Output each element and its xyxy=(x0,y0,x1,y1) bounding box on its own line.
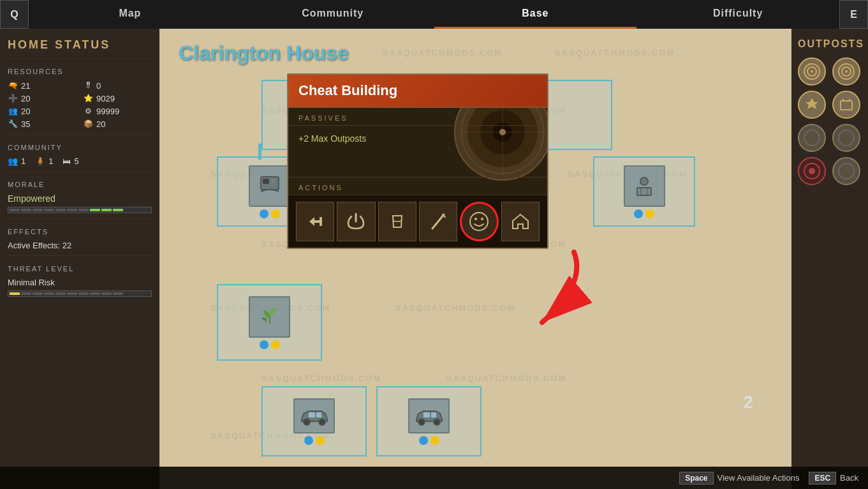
threat-seg-5 xyxy=(55,292,66,295)
nav-key-q: Q xyxy=(0,0,29,29)
morale-seg-2 xyxy=(21,209,31,211)
guns-icon: 🔫 xyxy=(8,80,18,91)
threat-seg-10 xyxy=(113,292,123,295)
parts-value: 99999 xyxy=(96,107,119,116)
influence-value: 0 xyxy=(96,81,101,91)
threat-label: THREAT LEVEL xyxy=(8,265,152,273)
svg-rect-19 xyxy=(637,188,651,195)
tab-base[interactable]: Base xyxy=(434,0,637,29)
svg-rect-29 xyxy=(431,412,436,418)
outposts-title: OUTPOSTS xyxy=(798,38,862,50)
threat-seg-9 xyxy=(101,292,112,295)
tab-community[interactable]: Community xyxy=(232,0,434,29)
watermark-3: SASQUATCHMODS.COM xyxy=(555,48,675,57)
outpost-slot-5[interactable] xyxy=(798,124,826,152)
svg-point-40 xyxy=(474,218,477,220)
actions-label: ACTIONS xyxy=(288,177,547,195)
people-icon: 👥 xyxy=(8,106,18,116)
resource-people: 👥 20 xyxy=(8,106,77,116)
threat-seg-6 xyxy=(67,292,77,295)
threat-seg-3 xyxy=(33,292,43,295)
bottom-bar: Space View Available Actions ESC Back xyxy=(0,467,868,489)
home-status-title: HOME STATUS xyxy=(8,38,152,52)
community-survivors: 👥 1 xyxy=(8,156,26,166)
people-value: 20 xyxy=(21,107,30,116)
action-move[interactable] xyxy=(296,202,334,241)
outpost-slot-4[interactable] xyxy=(832,91,860,119)
guns-value: 21 xyxy=(21,81,30,91)
svg-point-41 xyxy=(481,218,483,220)
morale-seg-7 xyxy=(78,209,89,211)
stars-value: 9029 xyxy=(96,94,115,103)
svg-point-8 xyxy=(839,130,854,146)
base-title: Clarington House xyxy=(179,41,349,65)
outpost-slot-2[interactable] xyxy=(832,57,860,86)
active-effects: Active Effects: 22 xyxy=(8,241,152,250)
top-nav: Q Map Community Base Difficulty E xyxy=(0,0,868,29)
svg-point-18 xyxy=(640,177,648,185)
morale-bar xyxy=(8,207,152,213)
outpost-slot-1[interactable] xyxy=(798,57,826,86)
main-content: SASQUATCHMODS.COM SASQUATCHMODS.COM SASQ… xyxy=(159,29,791,489)
watermark-13: SASQUATCHMODS.COM xyxy=(261,373,381,383)
action-home[interactable] xyxy=(501,202,540,241)
morale-label: MORALE xyxy=(8,181,152,188)
resource-stars: ⭐ 9029 xyxy=(83,93,152,103)
survivors-value: 1 xyxy=(21,156,26,166)
watermark-2: SASQUATCHMODS.COM xyxy=(383,48,503,57)
action-morale[interactable] xyxy=(460,202,498,241)
stars-icon: ⭐ xyxy=(83,93,93,103)
popup-actions xyxy=(288,195,547,248)
svg-point-27 xyxy=(434,419,440,425)
community-label: COMMUNITY xyxy=(8,144,152,151)
svg-rect-6 xyxy=(841,101,852,110)
watermark-14: SASQUATCHMODS.COM xyxy=(446,373,566,383)
food-value: 20 xyxy=(96,119,105,129)
nav-tabs: Map Community Base Difficulty xyxy=(29,0,839,29)
morale-seg-5 xyxy=(55,209,66,211)
svg-point-2 xyxy=(811,70,813,73)
outpost-slot-8[interactable] xyxy=(832,157,860,185)
tab-difficulty[interactable]: Difficulty xyxy=(636,0,839,29)
right-sidebar: OUTPOSTS xyxy=(791,29,868,489)
svg-point-26 xyxy=(418,419,425,425)
outpost-slot-3[interactable] xyxy=(798,91,826,119)
tab-map[interactable]: Map xyxy=(29,0,232,29)
passive-text: +2 Max Outposts xyxy=(288,126,547,177)
svg-point-22 xyxy=(304,419,310,425)
materials-value: 35 xyxy=(21,119,30,129)
popup-title: Cheat Building xyxy=(288,75,547,108)
meds-value: 20 xyxy=(21,94,30,103)
svg-rect-16 xyxy=(263,179,269,184)
num-badge: 2 xyxy=(743,392,753,412)
resource-meds: ➕ 20 xyxy=(8,93,77,103)
outpost-slot-6[interactable] xyxy=(832,124,860,152)
svg-point-23 xyxy=(319,419,325,425)
red-arrow xyxy=(472,246,600,350)
esc-key: ESC xyxy=(809,472,836,485)
corridor-v1 xyxy=(258,144,261,160)
room-vehicle1 xyxy=(261,386,367,456)
morale-seg-1 xyxy=(10,209,20,211)
space-key: Space xyxy=(679,472,713,485)
threat-seg-8 xyxy=(90,292,100,295)
svg-point-39 xyxy=(470,213,488,230)
esc-action-label: Back xyxy=(840,473,858,483)
passives-label: PASSIVES xyxy=(288,108,547,126)
morale-seg-8 xyxy=(90,209,100,211)
room-garden xyxy=(217,284,322,361)
workers-value: 1 xyxy=(48,156,53,166)
threat-seg-2 xyxy=(21,292,31,295)
svg-point-7 xyxy=(804,130,820,146)
morale-seg-9 xyxy=(101,209,112,211)
morale-status: Empowered xyxy=(8,193,152,204)
action-slash[interactable] xyxy=(419,202,457,241)
meds-icon: ➕ xyxy=(8,93,18,103)
threat-seg-4 xyxy=(44,292,54,295)
action-drink[interactable] xyxy=(378,202,416,241)
morale-seg-10 xyxy=(113,209,123,211)
materials-icon: 🔧 xyxy=(8,119,18,129)
svg-rect-38 xyxy=(320,217,322,226)
action-power[interactable] xyxy=(337,202,375,241)
outpost-slot-7[interactable] xyxy=(798,157,826,185)
